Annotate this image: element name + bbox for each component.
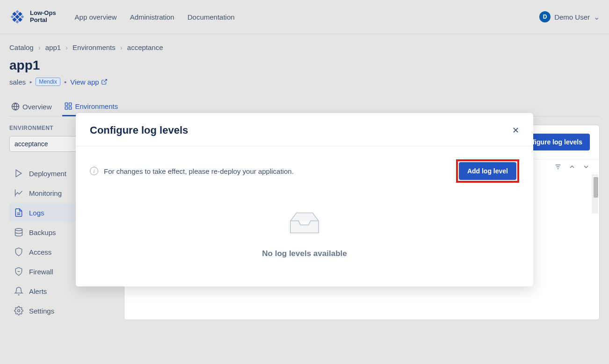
highlight-box: Add log level	[456, 159, 519, 183]
empty-state-text: No log levels available	[262, 249, 347, 258]
configure-log-levels-modal: Configure log levels ✕ i For changes to …	[76, 113, 533, 286]
empty-state: No log levels available	[90, 201, 519, 272]
modal-info-text: For changes to take effect, please re-de…	[104, 167, 294, 175]
modal-overlay: Configure log levels ✕ i For changes to …	[0, 0, 609, 364]
close-icon[interactable]: ✕	[512, 125, 519, 136]
add-log-level-button[interactable]: Add log level	[459, 162, 516, 180]
empty-tray-icon	[284, 206, 325, 240]
info-icon: i	[90, 167, 98, 175]
modal-title: Configure log levels	[90, 124, 188, 136]
